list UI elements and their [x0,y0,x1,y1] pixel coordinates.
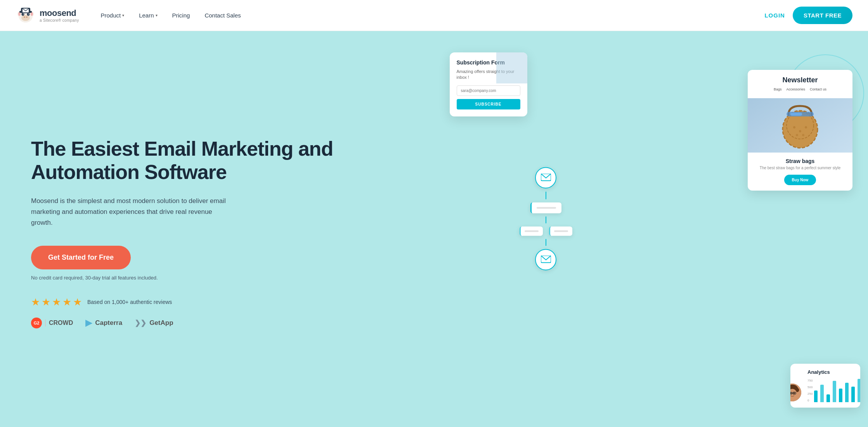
analytics-card: Analytics 750 500 250 0 [790,364,860,408]
buy-now-button[interactable]: Buy Now [784,175,816,185]
flow-line-1 [546,191,546,199]
svg-point-7 [24,16,25,17]
g2-badge: G2 CROWD [31,318,73,328]
svg-point-24 [796,134,798,136]
newsletter-body: Straw bags The best straw bags for a per… [748,153,852,191]
subscription-form-card: Subscription Form Amazing offers straigh… [450,52,527,116]
logo-icon [16,5,36,26]
navbar: moosend a Sitecore® company Product ▾ Le… [0,0,868,31]
nl-nav-contact[interactable]: Contact us [810,87,826,91]
svg-point-34 [794,392,795,394]
flow-line-2 [546,216,546,223]
product-arrow-icon: ▾ [122,13,124,17]
getapp-label: GetApp [149,319,173,327]
star-3: ★ [52,296,61,308]
nav-learn[interactable]: Learn ▾ [133,9,163,22]
newsletter-card: Newsletter Bags Accessories Contact us [748,70,852,191]
svg-point-8 [26,16,28,17]
nl-nav-bags[interactable]: Bags [774,87,782,91]
newsletter-product-image [748,98,852,153]
bar-5 [845,383,849,402]
bar-3 [833,381,836,402]
nav-product[interactable]: Product ▾ [94,9,130,22]
flow-envelope-icon [541,255,551,264]
flow-bar-1 [537,207,556,208]
star-2: ★ [42,296,50,308]
svg-point-23 [805,126,807,128]
flow-branch [520,226,572,236]
getapp-badge: ❯❯ GetApp [135,319,173,327]
svg-point-25 [802,134,804,136]
flow-branch-left [520,226,543,236]
star-rating: ★ ★ ★ ★ ★ [31,296,82,308]
flow-branch-right [549,226,572,236]
logo-link[interactable]: moosend a Sitecore® company [16,5,79,26]
badges-row: G2 CROWD ▶ Capterra ❯❯ GetApp [31,318,411,328]
sub-email-input[interactable] [457,85,520,96]
flow-bar-2 [525,230,539,232]
flow-node-bottom [535,249,556,270]
hero-left: The Easiest Email Marketing and Automati… [0,31,434,427]
get-started-button[interactable]: Get Started for Free [31,246,131,269]
rating-text: Based on 1,000+ authentic reviews [87,299,172,305]
bar-7 [858,379,860,402]
nav-pricing[interactable]: Pricing [166,9,196,22]
logo-name: moosend [40,8,79,18]
hero-section: The Easiest Email Marketing and Automati… [0,31,868,427]
start-free-button[interactable]: START FREE [793,7,852,24]
cta-subtitle: No credit card required, 30-day trial al… [31,275,411,281]
nav-contact-sales[interactable]: Contact Sales [198,9,247,22]
bar-chart [814,379,860,402]
rating-row: ★ ★ ★ ★ ★ Based on 1,000+ authentic revi… [31,296,411,308]
star-4: ★ [62,296,71,308]
svg-point-5 [23,14,24,14]
svg-point-4 [27,13,30,16]
nav-links: Product ▾ Learn ▾ Pricing Contact Sales [94,9,764,22]
analytics-chart: 750 500 250 0 [807,379,855,402]
svg-point-6 [28,14,29,14]
flow-bar-3 [554,230,568,232]
nl-product-title: Straw bags [754,158,846,164]
svg-rect-20 [790,113,802,116]
login-button[interactable]: LOGIN [764,12,785,19]
flow-node-top [535,167,556,188]
getapp-icon: ❯❯ [135,319,146,327]
y-axis-labels: 750 500 250 0 [807,379,813,402]
logo-subtitle: a Sitecore® company [40,18,79,23]
capterra-badge: ▶ Capterra [85,318,122,328]
g2-label: CROWD [45,319,73,326]
bar-1 [820,385,824,402]
star-5: ★ [73,296,82,308]
newsletter-nav: Bags Accessories Contact us [754,87,846,91]
star-1: ★ [31,296,40,308]
automation-flow [520,167,572,270]
newsletter-header: Newsletter Bags Accessories Contact us [748,70,852,98]
bar-6 [851,387,855,402]
nl-nav-accessories[interactable]: Accessories [786,87,805,91]
bar-0 [814,391,818,402]
capterra-label: Capterra [95,319,122,327]
straw-bag-svg [777,100,823,151]
svg-point-3 [22,13,24,16]
hero-title: The Easiest Email Marketing and Automati… [31,137,411,184]
analytics-avatar [790,383,802,402]
learn-arrow-icon: ▾ [156,13,158,17]
bar-2 [826,394,830,402]
flow-line-3 [546,239,546,246]
analytics-title: Analytics [807,369,855,375]
g2-icon: G2 [31,318,42,328]
capterra-icon: ▶ [85,318,92,328]
sub-subscribe-button[interactable]: SUBSCRIBE [457,99,520,109]
hero-description: Moosend is the simplest and most modern … [31,196,233,228]
avatar-svg [790,383,801,402]
sub-card-bg [496,52,527,83]
nav-right: LOGIN START FREE [764,7,852,24]
flow-node-mid1 [530,202,561,213]
flow-email-icon [541,174,551,182]
hero-right: Subscription Form Amazing offers straigh… [434,31,868,427]
newsletter-title: Newsletter [754,76,846,84]
svg-point-21 [793,126,795,128]
svg-point-22 [799,130,801,132]
bar-4 [839,389,842,402]
nl-product-desc: The best straw bags for a perfect summer… [754,166,846,170]
